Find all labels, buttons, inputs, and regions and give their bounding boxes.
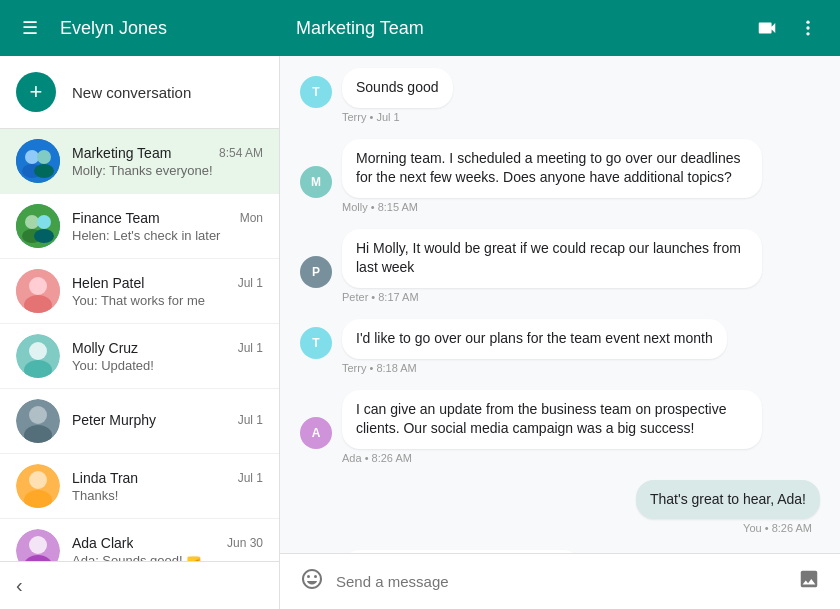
message-row: T I'd like to go over our plans for the … xyxy=(300,319,820,359)
conv-name: Marketing Team xyxy=(72,145,171,161)
conversation-list: Marketing Team 8:54 AM Molly: Thanks eve… xyxy=(0,129,279,561)
conv-info: Helen Patel Jul 1 You: That works for me xyxy=(72,275,263,308)
sender-avatar: T xyxy=(300,327,332,359)
svg-point-10 xyxy=(37,215,51,229)
sender-avatar: A xyxy=(300,417,332,449)
svg-point-14 xyxy=(29,277,47,295)
conv-preview: Ada: Sounds good! 🤜 xyxy=(72,553,263,562)
svg-point-9 xyxy=(25,215,39,229)
new-conversation-icon: + xyxy=(16,72,56,112)
conv-name: Finance Team xyxy=(72,210,160,226)
avatar xyxy=(16,269,60,313)
conv-time: Jul 1 xyxy=(238,341,263,355)
main-content: + New conversation Marketing Tea xyxy=(0,56,840,609)
conv-name-row: Molly Cruz Jul 1 xyxy=(72,340,263,356)
conv-name-row: Peter Murphy Jul 1 xyxy=(72,412,263,428)
message-input[interactable] xyxy=(336,573,786,590)
conv-name-row: Finance Team Mon xyxy=(72,210,263,226)
conversation-item-marketing-team[interactable]: Marketing Team 8:54 AM Molly: Thanks eve… xyxy=(0,129,279,194)
conv-time: Jul 1 xyxy=(238,276,263,290)
message-meta: Peter • 8:17 AM xyxy=(300,291,820,303)
message-meta: Terry • 8:18 AM xyxy=(300,362,820,374)
svg-point-2 xyxy=(806,32,809,35)
message-bubble: Sounds good xyxy=(342,68,453,108)
conv-name: Linda Tran xyxy=(72,470,138,486)
svg-point-1 xyxy=(806,26,809,29)
new-conversation-label: New conversation xyxy=(72,84,191,101)
conv-info: Peter Murphy Jul 1 xyxy=(72,412,263,430)
conv-name: Molly Cruz xyxy=(72,340,138,356)
back-button[interactable]: ‹ xyxy=(0,561,279,609)
conv-info: Linda Tran Jul 1 Thanks! xyxy=(72,470,263,503)
message-group: T Sounds good Terry • Jul 1 xyxy=(300,68,820,127)
conv-preview: Helen: Let's check in later xyxy=(72,228,263,243)
conv-time: 8:54 AM xyxy=(219,146,263,160)
conv-info: Marketing Team 8:54 AM Molly: Thanks eve… xyxy=(72,145,263,178)
video-call-button[interactable] xyxy=(750,11,784,45)
message-row-sent: That's great to hear, Ada! xyxy=(300,480,820,520)
svg-point-26 xyxy=(29,536,47,554)
conversation-item-molly-cruz[interactable]: Molly Cruz Jul 1 You: Updated! xyxy=(0,324,279,389)
message-bubble: Hi Molly, It would be great if we could … xyxy=(342,229,762,288)
header-left: ☰ Evelyn Jones xyxy=(0,11,280,45)
chat-messages: T Sounds good Terry • Jul 1 M Morning te… xyxy=(280,56,840,553)
conv-name: Ada Clark xyxy=(72,535,133,551)
conversation-item-linda-tran[interactable]: Linda Tran Jul 1 Thanks! xyxy=(0,454,279,519)
conv-name-row: Ada Clark Jun 30 xyxy=(72,535,263,551)
avatar xyxy=(16,204,60,248)
message-group: M Morning team. I scheduled a meeting to… xyxy=(300,139,820,217)
svg-point-23 xyxy=(29,471,47,489)
message-meta: Molly • 8:15 AM xyxy=(300,201,820,213)
emoji-button[interactable] xyxy=(296,563,328,601)
message-group: That's great to hear, Ada! You • 8:26 AM xyxy=(300,480,820,539)
conv-info: Molly Cruz Jul 1 You: Updated! xyxy=(72,340,263,373)
conv-name: Peter Murphy xyxy=(72,412,156,428)
conv-preview: You: That works for me xyxy=(72,293,263,308)
message-group: A I can give an update from the business… xyxy=(300,390,820,468)
conv-time: Jul 1 xyxy=(238,413,263,427)
image-attach-button[interactable] xyxy=(794,564,824,599)
message-meta-sent: You • 8:26 AM xyxy=(300,522,820,534)
conv-preview: Molly: Thanks everyone! xyxy=(72,163,263,178)
avatar xyxy=(16,464,60,508)
sender-avatar: P xyxy=(300,256,332,288)
top-header: ☰ Evelyn Jones Marketing Team xyxy=(0,0,840,56)
conv-time: Jun 30 xyxy=(227,536,263,550)
message-row: A I can give an update from the business… xyxy=(300,390,820,449)
back-arrow-icon: ‹ xyxy=(16,574,23,597)
more-options-button[interactable] xyxy=(792,12,824,44)
message-row: M Morning team. I scheduled a meeting to… xyxy=(300,139,820,198)
sender-avatar: T xyxy=(300,76,332,108)
new-conversation-button[interactable]: + New conversation xyxy=(0,56,279,129)
message-row: T Sounds good xyxy=(300,68,820,108)
conv-time: Mon xyxy=(240,211,263,225)
conversation-item-finance-team[interactable]: Finance Team Mon Helen: Let's check in l… xyxy=(0,194,279,259)
header-center: Marketing Team xyxy=(280,18,734,39)
svg-point-7 xyxy=(34,164,54,178)
conv-name: Helen Patel xyxy=(72,275,144,291)
svg-point-4 xyxy=(25,150,39,164)
message-meta: Ada • 8:26 AM xyxy=(300,452,820,464)
conv-info: Ada Clark Jun 30 Ada: Sounds good! 🤜 xyxy=(72,535,263,562)
conversation-item-helen-patel[interactable]: Helen Patel Jul 1 You: That works for me xyxy=(0,259,279,324)
message-bubble: Morning team. I scheduled a meeting to g… xyxy=(342,139,762,198)
avatar xyxy=(16,334,60,378)
conversation-item-peter-murphy[interactable]: Peter Murphy Jul 1 xyxy=(0,389,279,454)
header-right xyxy=(734,11,840,45)
message-group: T I'd like to go over our plans for the … xyxy=(300,319,820,378)
avatar xyxy=(16,399,60,443)
hamburger-button[interactable]: ☰ xyxy=(16,11,44,45)
conv-name-row: Linda Tran Jul 1 xyxy=(72,470,263,486)
sender-avatar: M xyxy=(300,166,332,198)
svg-point-17 xyxy=(29,342,47,360)
sidebar: + New conversation Marketing Tea xyxy=(0,56,280,609)
conversation-item-ada-clark[interactable]: Ada Clark Jun 30 Ada: Sounds good! 🤜 xyxy=(0,519,279,561)
conv-preview: You: Updated! xyxy=(72,358,263,373)
svg-point-12 xyxy=(34,229,54,243)
message-row: P Hi Molly, It would be great if we coul… xyxy=(300,229,820,288)
conv-name-row: Helen Patel Jul 1 xyxy=(72,275,263,291)
message-meta: Terry • Jul 1 xyxy=(300,111,820,123)
svg-point-5 xyxy=(37,150,51,164)
conversation-title: Marketing Team xyxy=(296,18,424,39)
avatar xyxy=(16,529,60,561)
